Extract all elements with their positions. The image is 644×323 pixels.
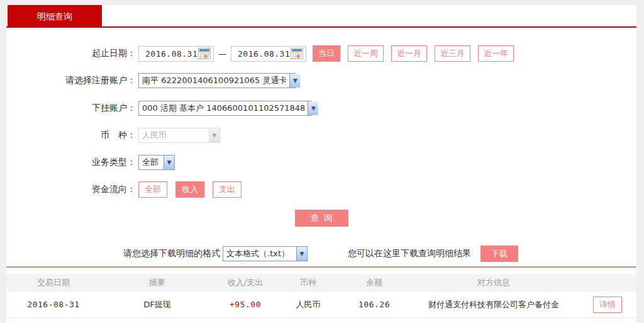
- start-date-value: 2016.08.31: [145, 49, 198, 59]
- date-range-row: 起止日期： 2016.08.31 — 2016.08.31: [6, 45, 636, 62]
- quick-range-week-button[interactable]: 近一周: [348, 45, 384, 62]
- business-type-value: 全部: [139, 157, 164, 168]
- download-button[interactable]: 下载: [480, 246, 518, 262]
- fund-flow-income-button[interactable]: 收入: [175, 181, 204, 198]
- query-form: 起止日期： 2016.08.31 — 2016.08.31: [6, 45, 636, 227]
- chevron-down-icon: ▼: [289, 74, 300, 88]
- end-date-value: 2016.08.31: [238, 49, 291, 59]
- register-account-select[interactable]: 南平 6222001406100921065 灵通卡 ▼: [138, 73, 296, 88]
- cell-balance: 106.26: [340, 300, 409, 309]
- calendar-icon[interactable]: [291, 48, 303, 59]
- col-header-date: 交易日期: [6, 277, 101, 288]
- register-account-row: 请选择注册账户： 南平 6222001406100921065 灵通卡 ▼: [6, 73, 636, 88]
- sub-account-row: 下挂账户： 000 活期 基本户 1406600101102571848 ▼: [6, 101, 636, 116]
- currency-select: 人民币 ▼: [138, 128, 220, 143]
- col-header-currency: 币种: [277, 277, 340, 288]
- quick-range-3months-button[interactable]: 近三月: [435, 45, 470, 62]
- currency-value: 人民币: [139, 130, 209, 141]
- download-row: 请您选择下载明细的格式 文本格式（.txt） ▼ 您可以在这里下载查询明细结果 …: [6, 246, 636, 262]
- currency-label: 币 种：: [6, 130, 136, 141]
- cell-counterparty: 财付通支付科技有限公司客户备付金: [409, 299, 579, 310]
- download-format-select[interactable]: 文本格式（.txt） ▼: [223, 246, 308, 261]
- chevron-down-icon: ▼: [308, 101, 318, 115]
- download-format-value: 文本格式（.txt）: [223, 248, 296, 259]
- results-table: 交易日期 摘要 收入/支出 币种 余额 对方信息 2016-08-31 DF提现…: [6, 274, 636, 318]
- detail-button[interactable]: 详情: [593, 297, 622, 313]
- col-header-summary: 摘要: [101, 277, 214, 288]
- fund-flow-label: 资金流向：: [6, 184, 136, 195]
- cell-action: 详情: [579, 297, 636, 313]
- chevron-down-icon: ▼: [209, 128, 219, 142]
- chevron-down-icon: ▼: [164, 156, 174, 169]
- tab-bar: 明细查询: [6, 5, 636, 28]
- fund-flow-all-button[interactable]: 全部: [138, 181, 167, 198]
- query-button-row: 查询: [6, 210, 636, 227]
- query-button[interactable]: 查询: [295, 210, 348, 227]
- col-header-balance: 余额: [340, 277, 409, 288]
- download-hint: 您可以在这里下载查询明细结果: [348, 248, 471, 259]
- calendar-icon[interactable]: [198, 48, 211, 59]
- col-header-amount: 收入/支出: [214, 277, 277, 288]
- register-account-label: 请选择注册账户：: [6, 75, 136, 86]
- sub-account-select[interactable]: 000 活期 基本户 1406600101102571848 ▼: [138, 101, 311, 116]
- cell-date: 2016-08-31: [6, 300, 101, 309]
- start-date-input[interactable]: 2016.08.31: [138, 46, 214, 62]
- date-separator: —: [218, 49, 226, 59]
- table-header-row: 交易日期 摘要 收入/支出 币种 余额 对方信息: [6, 274, 636, 292]
- fund-flow-expense-button[interactable]: 支出: [213, 181, 242, 198]
- business-type-row: 业务类型： 全部 ▼: [6, 155, 636, 170]
- cell-amount: +95.00: [214, 300, 277, 309]
- date-range-label: 起止日期：: [6, 48, 136, 59]
- quick-range-year-button[interactable]: 近一年: [478, 45, 514, 62]
- fund-flow-row: 资金流向： 全部 收入 支出: [6, 181, 636, 198]
- business-type-label: 业务类型：: [6, 157, 136, 168]
- quick-range-today-button[interactable]: 当日: [313, 45, 340, 62]
- cell-summary: DF提现: [101, 299, 214, 310]
- quick-range-month-button[interactable]: 近一月: [391, 45, 427, 62]
- section-divider: [6, 266, 636, 268]
- sub-account-value: 000 活期 基本户 1406600101102571848: [139, 103, 308, 114]
- sub-account-label: 下挂账户：: [6, 103, 136, 114]
- currency-row: 币 种： 人民币 ▼: [6, 128, 636, 143]
- table-row: 2016-08-31 DF提现 +95.00 人民币 106.26 财付通支付科…: [6, 292, 636, 318]
- cell-currency: 人民币: [277, 299, 340, 310]
- end-date-input[interactable]: 2016.08.31: [231, 46, 306, 62]
- chevron-down-icon: ▼: [296, 247, 307, 261]
- detail-query-panel: 明细查询 起止日期： 2016.08.31: [6, 5, 636, 323]
- register-account-value: 南平 6222001406100921065 灵通卡: [139, 75, 289, 86]
- business-type-select[interactable]: 全部 ▼: [138, 155, 175, 170]
- download-format-label: 请您选择下载明细的格式: [123, 248, 220, 259]
- col-header-counterparty: 对方信息: [409, 277, 579, 288]
- tab-detail-query[interactable]: 明细查询: [8, 5, 102, 28]
